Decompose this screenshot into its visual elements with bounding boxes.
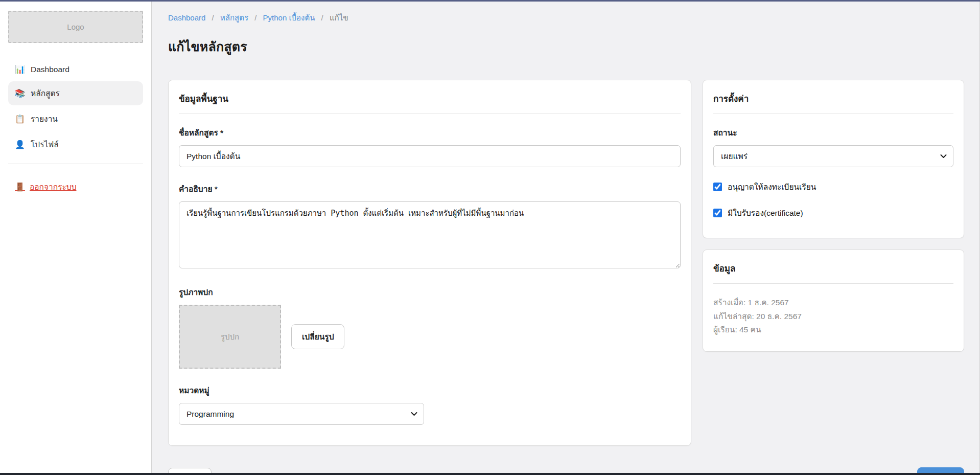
sidebar-item-profile[interactable]: 👤 โปรไฟล์ — [8, 132, 143, 156]
info-card-title: ข้อมูล — [713, 261, 953, 275]
logo-placeholder: Logo — [8, 11, 143, 43]
logout-label: ออกจากระบบ — [30, 180, 77, 193]
learner-count-text: ผู้เรียน: 45 คน — [713, 323, 953, 337]
breadcrumb-dashboard[interactable]: Dashboard — [168, 13, 205, 22]
cover-image-group: รูปภาพปก รูปปก เปลี่ยนรูป — [179, 286, 681, 369]
sidebar-item-label: โปรไฟล์ — [31, 138, 59, 151]
certificate-row: มีใบรับรอง(certificate) — [713, 207, 953, 219]
category-label: หมวดหมู่ — [179, 384, 681, 397]
status-select-wrap: เผยแพร่ — [713, 145, 953, 167]
course-name-input[interactable] — [179, 145, 681, 167]
logout-link[interactable]: 🚪 ออกจากระบบ — [8, 177, 83, 196]
breadcrumb: Dashboard / หลักสูตร / Python เบื้องต้น … — [168, 12, 964, 24]
cover-image-label: รูปภาพปก — [179, 286, 681, 299]
created-date-text: สร้างเมื่อ: 1 ธ.ค. 2567 — [713, 296, 953, 310]
description-label: คำอธิบาย * — [179, 183, 681, 195]
status-select[interactable]: เผยแพร่ — [713, 145, 953, 167]
side-column: การตั้งค่า สถานะ เผยแพร่ อนุญาตให้ลงทะ — [703, 80, 964, 352]
certificate-checkbox[interactable] — [713, 209, 722, 217]
basic-info-card: ข้อมูลพื้นฐาน ชื่อหลักสูตร * คำอธิบาย * … — [168, 80, 691, 446]
settings-card-title: การตั้งค่า — [713, 92, 953, 105]
sidebar-item-label: หลักสูตร — [31, 87, 60, 100]
breadcrumb-separator: / — [321, 13, 323, 22]
allow-enroll-row: อนุญาตให้ลงทะเบียนเรียน — [713, 180, 953, 193]
sidebar-item-reports[interactable]: 📋 รายงาน — [8, 107, 143, 131]
card-divider — [179, 114, 681, 114]
certificate-label[interactable]: มีใบรับรอง(certificate) — [728, 207, 803, 219]
door-icon: 🚪 — [15, 183, 25, 191]
sidebar-item-label: รายงาน — [31, 112, 58, 125]
person-icon: 👤 — [15, 141, 25, 149]
books-icon: 📚 — [15, 89, 25, 98]
course-name-group: ชื่อหลักสูตร * — [179, 126, 681, 167]
breadcrumb-course-name[interactable]: Python เบื้องต้น — [263, 13, 315, 22]
card-divider — [713, 283, 953, 284]
window-bottom-strip — [0, 473, 980, 475]
cover-image-placeholder: รูปปก — [179, 305, 281, 369]
sidebar-item-label: Dashboard — [31, 65, 69, 74]
app-root: Logo 📊 Dashboard 📚 หลักสูตร 📋 รายงาน 👤 โ… — [0, 2, 980, 473]
settings-card: การตั้งค่า สถานะ เผยแพร่ อนุญาตให้ลงทะ — [703, 80, 964, 238]
page-title: แก้ไขหลักสูตร — [168, 36, 964, 57]
allow-enroll-label[interactable]: อนุญาตให้ลงทะเบียนเรียน — [728, 180, 816, 193]
sidebar: Logo 📊 Dashboard 📚 หลักสูตร 📋 รายงาน 👤 โ… — [0, 2, 152, 473]
cover-row: รูปปก เปลี่ยนรูป — [179, 305, 681, 369]
bar-chart-icon: 📊 — [15, 65, 25, 74]
breadcrumb-courses[interactable]: หลักสูตร — [220, 13, 248, 22]
category-group: หมวดหมู่ Programming — [179, 384, 681, 425]
category-select[interactable]: Programming — [179, 403, 424, 425]
card-divider — [713, 114, 953, 114]
course-name-label: ชื่อหลักสูตร * — [179, 126, 681, 139]
breadcrumb-separator: / — [254, 13, 256, 22]
basic-info-card-title: ข้อมูลพื้นฐาน — [179, 92, 681, 105]
cover-placeholder-text: รูปปก — [221, 331, 239, 343]
last-edited-text: แก้ไขล่าสุด: 20 ธ.ค. 2567 — [713, 310, 953, 324]
content-row: ข้อมูลพื้นฐาน ชื่อหลักสูตร * คำอธิบาย * … — [168, 80, 964, 446]
status-label: สถานะ — [713, 126, 953, 139]
category-select-wrap: Programming — [179, 403, 424, 425]
breadcrumb-current: แก้ไข — [330, 13, 348, 22]
description-group: คำอธิบาย * เรียนรู้พื้นฐานการเขียนโปรแกร… — [179, 183, 681, 270]
breadcrumb-separator: / — [212, 13, 214, 22]
sidebar-divider — [8, 164, 143, 164]
description-textarea[interactable]: เรียนรู้พื้นฐานการเขียนโปรแกรมด้วยภาษา P… — [179, 201, 681, 268]
clipboard-icon: 📋 — [15, 115, 25, 123]
allow-enroll-checkbox[interactable] — [713, 183, 722, 191]
change-image-button[interactable]: เปลี่ยนรูป — [291, 324, 344, 349]
sidebar-item-dashboard[interactable]: 📊 Dashboard — [8, 59, 143, 80]
logo-text: Logo — [67, 22, 84, 31]
info-card: ข้อมูล สร้างเมื่อ: 1 ธ.ค. 2567 แก้ไขล่าส… — [703, 250, 964, 352]
sidebar-nav: 📊 Dashboard 📚 หลักสูตร 📋 รายงาน 👤 โปรไฟล… — [8, 59, 143, 156]
sidebar-item-courses[interactable]: 📚 หลักสูตร — [8, 81, 143, 105]
main-content: Dashboard / หลักสูตร / Python เบื้องต้น … — [152, 2, 979, 473]
